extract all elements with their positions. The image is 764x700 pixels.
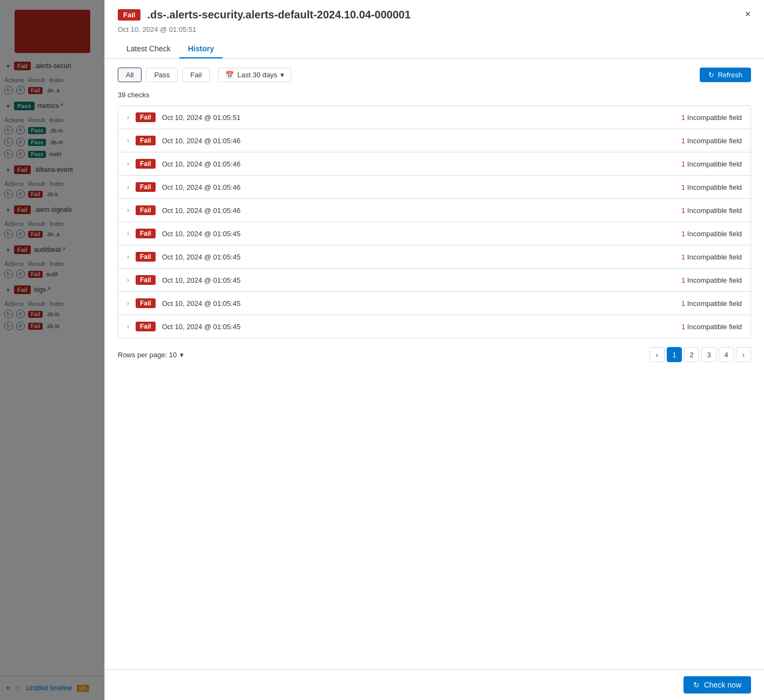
modal-header: Fail .ds-.alerts-security.alerts-default…	[105, 0, 764, 59]
check-fail-badge: Fail	[136, 252, 156, 262]
check-fail-badge: Fail	[136, 112, 156, 122]
check-result-0: 1 Incompatible field	[681, 114, 742, 122]
pagination-bar: Rows per page: 10 ▾ ‹ 1 2 3 4 ›	[118, 338, 751, 366]
date-filter[interactable]: 📅 Last 30 days ▾	[218, 68, 291, 82]
expand-icon: ›	[127, 276, 129, 284]
filter-bar: All Pass Fail 📅 Last 30 days ▾ ↻ Refresh	[118, 68, 751, 82]
refresh-label: Refresh	[718, 71, 742, 79]
page-navigation: ‹ 1 2 3 4 ›	[649, 347, 751, 362]
check-fail-badge: Fail	[136, 275, 156, 285]
check-timestamp-5: Oct 10, 2024 @ 01:05:45	[162, 230, 681, 238]
check-row-3[interactable]: › Fail Oct 10, 2024 @ 01:05:46 1 Incompa…	[118, 176, 750, 199]
expand-icon: ›	[127, 206, 129, 214]
check-now-label: Check now	[704, 681, 741, 689]
check-result-9: 1 Incompatible field	[681, 323, 742, 331]
check-row-7[interactable]: › Fail Oct 10, 2024 @ 01:05:45 1 Incompa…	[118, 269, 750, 292]
expand-icon: ›	[127, 137, 129, 144]
modal-footer: ↻ Check now	[105, 669, 764, 700]
tab-history[interactable]: History	[179, 40, 223, 58]
check-timestamp-0: Oct 10, 2024 @ 01:05:51	[162, 114, 681, 122]
page-2-button[interactable]: 2	[684, 347, 699, 362]
check-result-7: 1 Incompatible field	[681, 276, 742, 284]
modal-body: All Pass Fail 📅 Last 30 days ▾ ↻ Refresh…	[105, 59, 764, 669]
expand-icon: ›	[127, 183, 129, 191]
check-result-8: 1 Incompatible field	[681, 299, 742, 308]
check-timestamp-7: Oct 10, 2024 @ 01:05:45	[162, 276, 681, 284]
check-result-6: 1 Incompatible field	[681, 253, 742, 261]
chevron-down-icon: ▾	[280, 71, 284, 79]
date-filter-label: Last 30 days	[237, 71, 277, 79]
modal-timestamp: Oct 10, 2024 @ 01:05:51	[118, 25, 751, 34]
refresh-button[interactable]: ↻ Refresh	[700, 68, 751, 82]
check-row-4[interactable]: › Fail Oct 10, 2024 @ 01:05:46 1 Incompa…	[118, 199, 750, 222]
check-row-1[interactable]: › Fail Oct 10, 2024 @ 01:05:46 1 Incompa…	[118, 129, 750, 152]
check-timestamp-9: Oct 10, 2024 @ 01:05:45	[162, 323, 681, 331]
check-result-4: 1 Incompatible field	[681, 206, 742, 215]
next-page-button[interactable]: ›	[736, 347, 751, 362]
tab-latest-check[interactable]: Latest Check	[118, 40, 179, 58]
page-1-button[interactable]: 1	[667, 347, 682, 362]
check-timestamp-2: Oct 10, 2024 @ 01:05:46	[162, 160, 681, 168]
check-result-1: 1 Incompatible field	[681, 137, 742, 145]
check-fail-badge: Fail	[136, 159, 156, 169]
check-timestamp-1: Oct 10, 2024 @ 01:05:46	[162, 137, 681, 145]
close-button[interactable]: ×	[740, 6, 755, 22]
modal-tabs: Latest Check History	[118, 40, 751, 58]
modal-panel: Fail .ds-.alerts-security.alerts-default…	[104, 0, 764, 700]
expand-icon: ›	[127, 230, 129, 237]
checks-count: 39 checks	[118, 91, 751, 99]
check-now-button[interactable]: ↻ Check now	[683, 676, 751, 694]
check-fail-badge: Fail	[136, 322, 156, 331]
check-result-3: 1 Incompatible field	[681, 183, 742, 191]
check-fail-badge: Fail	[136, 298, 156, 308]
check-row-9[interactable]: › Fail Oct 10, 2024 @ 01:05:45 1 Incompa…	[118, 315, 750, 338]
expand-icon: ›	[127, 114, 129, 121]
check-row-0[interactable]: › Fail Oct 10, 2024 @ 01:05:51 1 Incompa…	[118, 106, 750, 129]
check-now-icon: ↻	[693, 681, 700, 689]
check-fail-badge: Fail	[136, 205, 156, 215]
expand-icon: ›	[127, 323, 129, 330]
check-timestamp-3: Oct 10, 2024 @ 01:05:46	[162, 183, 681, 191]
check-row-8[interactable]: › Fail Oct 10, 2024 @ 01:05:45 1 Incompa…	[118, 292, 750, 315]
check-fail-badge: Fail	[136, 136, 156, 145]
check-list: › Fail Oct 10, 2024 @ 01:05:51 1 Incompa…	[118, 105, 751, 338]
check-timestamp-8: Oct 10, 2024 @ 01:05:45	[162, 299, 681, 308]
rows-per-page-selector[interactable]: Rows per page: 10 ▾	[118, 351, 184, 359]
modal-title-row: Fail .ds-.alerts-security.alerts-default…	[118, 9, 751, 21]
page-4-button[interactable]: 4	[719, 347, 734, 362]
expand-icon: ›	[127, 299, 129, 307]
rows-per-page-label: Rows per page: 10	[118, 351, 177, 359]
check-timestamp-4: Oct 10, 2024 @ 01:05:46	[162, 206, 681, 215]
filter-all-button[interactable]: All	[118, 68, 142, 82]
expand-icon: ›	[127, 253, 129, 261]
check-result-5: 1 Incompatible field	[681, 230, 742, 238]
expand-icon: ›	[127, 160, 129, 168]
prev-page-button[interactable]: ‹	[649, 347, 665, 362]
page-3-button[interactable]: 3	[701, 347, 716, 362]
modal-status-badge: Fail	[118, 9, 140, 21]
modal-title: .ds-.alerts-security.alerts-default-2024…	[147, 9, 411, 21]
check-timestamp-6: Oct 10, 2024 @ 01:05:45	[162, 253, 681, 261]
filter-fail-button[interactable]: Fail	[182, 68, 210, 82]
filter-pass-button[interactable]: Pass	[146, 68, 178, 82]
check-row-2[interactable]: › Fail Oct 10, 2024 @ 01:05:46 1 Incompa…	[118, 152, 750, 176]
chevron-down-icon: ▾	[180, 351, 184, 359]
refresh-icon: ↻	[708, 71, 714, 79]
check-row-6[interactable]: › Fail Oct 10, 2024 @ 01:05:45 1 Incompa…	[118, 245, 750, 269]
check-fail-badge: Fail	[136, 229, 156, 238]
calendar-icon: 📅	[225, 71, 234, 79]
check-result-2: 1 Incompatible field	[681, 160, 742, 168]
check-row-5[interactable]: › Fail Oct 10, 2024 @ 01:05:45 1 Incompa…	[118, 222, 750, 245]
check-fail-badge: Fail	[136, 182, 156, 192]
